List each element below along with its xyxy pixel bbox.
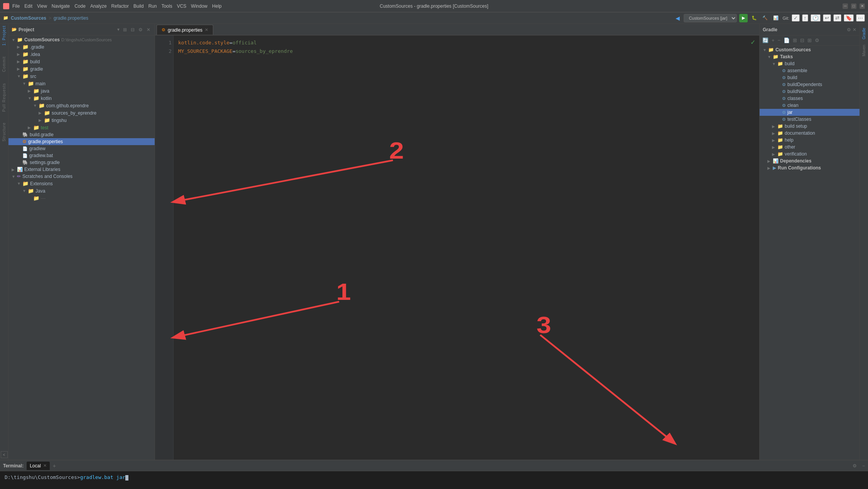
gradle-close-icon[interactable]: ✕	[853, 27, 856, 32]
gradle-help[interactable]: ▶ 📁 help	[760, 137, 860, 144]
menu-code[interactable]: Code	[74, 3, 86, 9]
gradle-minus-button[interactable]: −	[777, 37, 782, 43]
tab-gradle-properties[interactable]: ⚙ gradle.properties ✕	[157, 25, 213, 35]
tree-item-tingshu[interactable]: ▶ 📁 tingshu	[8, 117, 155, 124]
bookmark-button[interactable]: 🔖	[844, 14, 854, 22]
coverage-button[interactable]: 📊	[772, 15, 780, 21]
right-sidebar-maven[interactable]: Maven	[861, 42, 867, 59]
terminal-content[interactable]: D:\tingshu\CustomSources>gradlew.bat jar	[0, 471, 868, 489]
menu-view[interactable]: View	[37, 3, 47, 9]
tree-item-com-github[interactable]: ▼ 📁 com.github.eprendre	[8, 102, 155, 109]
gradle-task-clean[interactable]: ▶ ⚙ clean	[760, 102, 860, 109]
gradle-expand-button[interactable]: ⊞	[792, 37, 798, 43]
run-button[interactable]: ▶	[739, 14, 748, 22]
menu-file[interactable]: File	[12, 3, 20, 9]
menu-help[interactable]: Help	[212, 3, 222, 9]
gradle-other[interactable]: ▶ 📁 other	[760, 144, 860, 151]
project-expand-icon[interactable]: ⊞	[122, 27, 128, 32]
tree-item-extensions[interactable]: ▼ 📁 Extensions	[8, 180, 155, 187]
tree-item-gradle-folder[interactable]: ▶ 📁 .gradle	[8, 43, 155, 51]
gradle-collapse-button[interactable]: ⊟	[799, 37, 806, 43]
gradle-add-button[interactable]: +	[770, 37, 776, 43]
more-button[interactable]: ⋯	[856, 14, 865, 22]
terminal-add-tab[interactable]: +	[53, 463, 56, 469]
terminal-minimize-icon[interactable]: −	[862, 463, 865, 469]
tree-item-java-sub[interactable]: ▶ 📁 —	[8, 195, 155, 202]
gradle-task-jar[interactable]: ▶ ⚙ jar	[760, 109, 860, 116]
menu-tools[interactable]: Tools	[162, 3, 172, 9]
gradle-build-setup[interactable]: ▶ 📁 build setup	[760, 123, 860, 130]
menu-vcs[interactable]: VCS	[177, 3, 187, 9]
tree-item-external-libs[interactable]: ▶ 📊 External Libraries	[8, 166, 155, 173]
tree-item-main[interactable]: ▼ 📁 main	[8, 80, 155, 87]
tree-item-build-gradle[interactable]: ▶ 🐘 build.gradle	[8, 131, 155, 138]
gradle-tasks[interactable]: ▼ 📁 Tasks	[760, 53, 860, 60]
gradle-task-build-dependents[interactable]: ▶ ⚙ buildDependents	[760, 81, 860, 88]
tree-root[interactable]: ▼ 📁 CustomSources D:\tingshu\CustomSourc…	[8, 36, 155, 43]
tree-item-java-ext[interactable]: ▼ 📁 Java	[8, 187, 155, 195]
back-button[interactable]: ◀	[674, 14, 681, 22]
maximize-button[interactable]: □	[851, 3, 856, 9]
gradle-task-build-needed[interactable]: ▶ ⚙ buildNeeded	[760, 88, 860, 95]
code-area[interactable]: kotlin.code.style=official MY_SOURCES_PA…	[174, 36, 759, 460]
minimize-button[interactable]: ─	[843, 3, 848, 9]
gradle-filter-button[interactable]: ⚙	[814, 37, 821, 43]
terminal-tab-close[interactable]: ✕	[43, 463, 47, 468]
menu-window[interactable]: Window	[191, 3, 207, 9]
gradle-root[interactable]: ▼ 📁 CustomSources	[760, 46, 860, 53]
tree-item-scratches[interactable]: ▼ ✏ Scratches and Consoles	[8, 173, 155, 180]
sidebar-expand-button[interactable]: <	[1, 451, 8, 458]
menu-refactor[interactable]: Refactor	[111, 3, 129, 9]
menu-analyze[interactable]: Analyze	[90, 3, 107, 9]
tree-item-gradle-props[interactable]: ▶ ⚙ gradle.properties	[8, 138, 155, 145]
terminal-gear-icon[interactable]: ⚙	[853, 463, 857, 469]
project-collapse-icon[interactable]: ⊟	[130, 27, 136, 32]
right-sidebar-gradle[interactable]: Gradle	[861, 25, 867, 42]
tree-item-build-folder[interactable]: ▶ 📁 build	[8, 58, 155, 65]
tree-item-gradlew-bat[interactable]: ▶ 📄 gradlew.bat	[8, 152, 155, 159]
git-history-button[interactable]: 🕐	[811, 14, 821, 22]
tab-close-gradle-properties[interactable]: ✕	[205, 27, 208, 32]
gradle-script-button[interactable]: 📄	[782, 37, 791, 43]
project-close-icon[interactable]: ✕	[145, 27, 152, 32]
gradle-dependencies[interactable]: ▶ 📊 Dependencies	[760, 157, 860, 164]
menu-run[interactable]: Run	[148, 3, 157, 9]
gradle-run-configs[interactable]: ▶ ▶ Run Configurations	[760, 164, 860, 171]
debug-button[interactable]: 🐛	[750, 14, 758, 22]
close-button[interactable]: ✕	[860, 3, 865, 9]
git-push-button[interactable]: ↑	[802, 14, 809, 22]
git-commit-button[interactable]: ✓	[792, 14, 800, 22]
sidebar-commit-label[interactable]: Commit	[1, 55, 7, 73]
gradle-task-test-classes[interactable]: ▶ ⚙ testClasses	[760, 116, 860, 123]
tree-item-java[interactable]: ▶ 📁 java	[8, 87, 155, 95]
tree-item-src[interactable]: ▼ 📁 src	[8, 73, 155, 80]
gradle-gear-icon[interactable]: ⚙	[847, 27, 851, 32]
run-config-dropdown[interactable]: CustomSources [jar]	[684, 14, 737, 22]
sidebar-structure-label[interactable]: Structure	[1, 121, 7, 143]
gradle-verification[interactable]: ▶ 📁 verification	[760, 151, 860, 157]
tree-item-idea[interactable]: ▶ 📁 .idea	[8, 51, 155, 58]
tree-item-sources[interactable]: ▶ 📁 sources_by_eprendre	[8, 109, 155, 117]
project-gear-icon[interactable]: ⚙	[137, 27, 144, 32]
gradle-group-button[interactable]: ⊞	[806, 37, 813, 43]
tree-item-test[interactable]: ▶ 📁 test	[8, 124, 155, 131]
git-diff-button[interactable]: ⇄	[833, 14, 841, 22]
sidebar-pullreq-label[interactable]: Pull Requests	[1, 81, 7, 113]
gradle-task-assemble[interactable]: ▶ ⚙ assemble	[760, 67, 860, 74]
tree-item-gradlew[interactable]: ▶ 📄 gradlew	[8, 145, 155, 152]
menu-edit[interactable]: Edit	[24, 3, 32, 9]
tree-item-kotlin[interactable]: ▼ 📁 kotlin	[8, 95, 155, 102]
project-name[interactable]: CustomSources	[11, 15, 46, 21]
build-button[interactable]: 🔨	[761, 15, 769, 21]
menu-build[interactable]: Build	[133, 3, 144, 9]
gradle-documentation[interactable]: ▶ 📁 documentation	[760, 130, 860, 137]
menu-navigate[interactable]: Navigate	[52, 3, 70, 9]
tree-item-gradle-dir[interactable]: ▶ 📁 gradle	[8, 65, 155, 73]
tree-item-settings-gradle[interactable]: ▶ 🐘 settings.gradle	[8, 159, 155, 166]
gradle-refresh-button[interactable]: 🔄	[761, 37, 770, 43]
gradle-task-classes[interactable]: ▶ ⚙ classes	[760, 95, 860, 102]
gradle-build-folder[interactable]: ▼ 📁 build	[760, 60, 860, 67]
sidebar-project-label[interactable]: 1: Project	[1, 24, 7, 47]
gradle-task-build[interactable]: ▶ ⚙ build	[760, 74, 860, 81]
git-rollback-button[interactable]: ↩	[823, 14, 831, 22]
